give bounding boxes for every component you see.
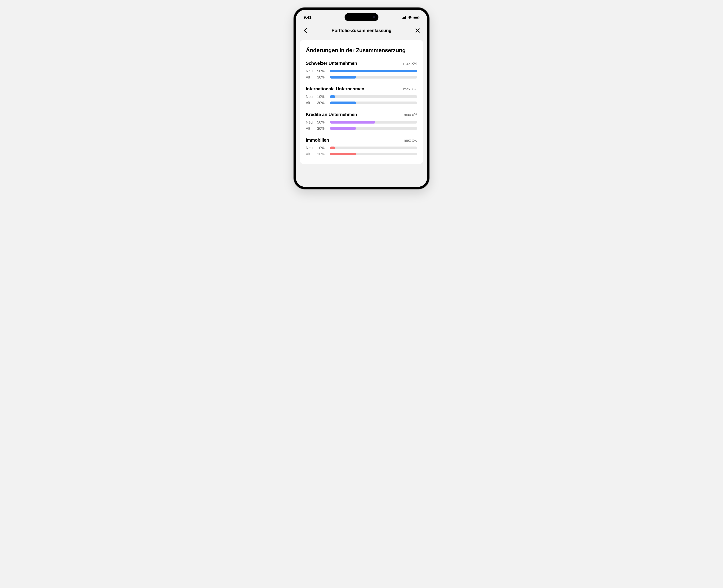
category-header: Schweizer Unternehmenmax X%: [306, 61, 417, 66]
bar-row-new: Neu50%: [306, 69, 417, 73]
svg-rect-1: [403, 17, 404, 19]
category-header: Immobilienmax x%: [306, 138, 417, 143]
category-max: max X%: [403, 87, 417, 91]
close-icon: [416, 28, 420, 33]
bar-value: 10%: [317, 146, 327, 150]
page-title: Portfolio-Zusammenfassung: [310, 28, 413, 33]
bar-label: Alt: [306, 101, 314, 105]
category-name: Schweizer Unternehmen: [306, 61, 357, 66]
svg-rect-5: [414, 17, 418, 18]
chevron-left-icon: [304, 28, 307, 33]
bar-row-new: Neu10%: [306, 146, 417, 150]
svg-rect-0: [402, 18, 403, 19]
bar-fill: [330, 102, 356, 104]
bar-value: 30%: [317, 75, 327, 80]
status-time: 9:41: [303, 15, 312, 20]
bar-track: [330, 121, 417, 124]
wifi-icon: [408, 16, 412, 19]
bar-label: Alt: [306, 152, 314, 156]
category-block: Internationale Unternehmenmax X%Neu10%Al…: [306, 86, 417, 105]
bar-row-new: Neu50%: [306, 120, 417, 125]
svg-rect-6: [419, 17, 420, 18]
bar-row-old: Alt30%: [306, 126, 417, 131]
category-max: max x%: [404, 113, 417, 117]
category-block: Kredite an Unternehmenmax x%Neu50%Alt30%: [306, 112, 417, 131]
bar-row-new: Neu10%: [306, 94, 417, 99]
bar-fill: [330, 121, 375, 124]
category-name: Kredite an Unternehmen: [306, 112, 357, 117]
bar-fill: [330, 95, 335, 98]
phone-frame: 9:41 Portfolio-Zusammenfassung: [294, 7, 429, 189]
category-name: Immobilien: [306, 138, 329, 143]
category-block: Immobilienmax x%Neu10%Alt30%: [306, 138, 417, 156]
bar-track: [330, 95, 417, 98]
category-max: max x%: [404, 138, 417, 143]
category-block: Schweizer Unternehmenmax X%Neu50%Alt30%: [306, 61, 417, 80]
back-button[interactable]: [301, 26, 310, 35]
bar-fill: [330, 70, 417, 72]
bar-value: 50%: [317, 120, 327, 125]
bar-label: Alt: [306, 126, 314, 131]
categories-list: Schweizer Unternehmenmax X%Neu50%Alt30%I…: [306, 61, 417, 156]
composition-card: Änderungen in der Zusammensetzung Schwei…: [300, 40, 423, 164]
bar-label: Neu: [306, 146, 314, 150]
bar-row-old: Alt30%: [306, 75, 417, 80]
status-icons: [402, 16, 420, 19]
category-header: Internationale Unternehmenmax X%: [306, 86, 417, 91]
bar-value: 30%: [317, 126, 327, 131]
bar-label: Neu: [306, 69, 314, 73]
bar-value: 10%: [317, 94, 327, 99]
bar-track: [330, 102, 417, 104]
category-max: max X%: [403, 61, 417, 66]
bar-value: 30%: [317, 101, 327, 105]
battery-icon: [413, 16, 420, 19]
bar-track: [330, 127, 417, 130]
category-header: Kredite an Unternehmenmax x%: [306, 112, 417, 117]
bar-track: [330, 153, 417, 155]
bar-row-old: Alt30%: [306, 101, 417, 105]
bar-label: Neu: [306, 120, 314, 125]
cellular-signal-icon: [402, 16, 406, 19]
bar-label: Neu: [306, 94, 314, 99]
svg-rect-3: [405, 16, 406, 19]
bar-fill: [330, 127, 356, 130]
bar-row-old: Alt30%: [306, 152, 417, 156]
nav-bar: Portfolio-Zusammenfassung: [296, 23, 427, 40]
bar-label: Alt: [306, 75, 314, 80]
bar-track: [330, 147, 417, 149]
bar-track: [330, 76, 417, 79]
bar-value: 50%: [317, 69, 327, 73]
bar-fill: [330, 76, 356, 79]
phone-screen: 9:41 Portfolio-Zusammenfassung: [296, 10, 427, 187]
bar-track: [330, 70, 417, 72]
card-title: Änderungen in der Zusammensetzung: [306, 47, 417, 54]
category-name: Internationale Unternehmen: [306, 86, 364, 91]
bar-fill: [330, 153, 356, 155]
close-button[interactable]: [413, 26, 422, 35]
dynamic-island: [344, 13, 379, 21]
svg-rect-2: [404, 17, 405, 19]
bar-fill: [330, 147, 335, 149]
bar-value: 30%: [317, 152, 327, 156]
